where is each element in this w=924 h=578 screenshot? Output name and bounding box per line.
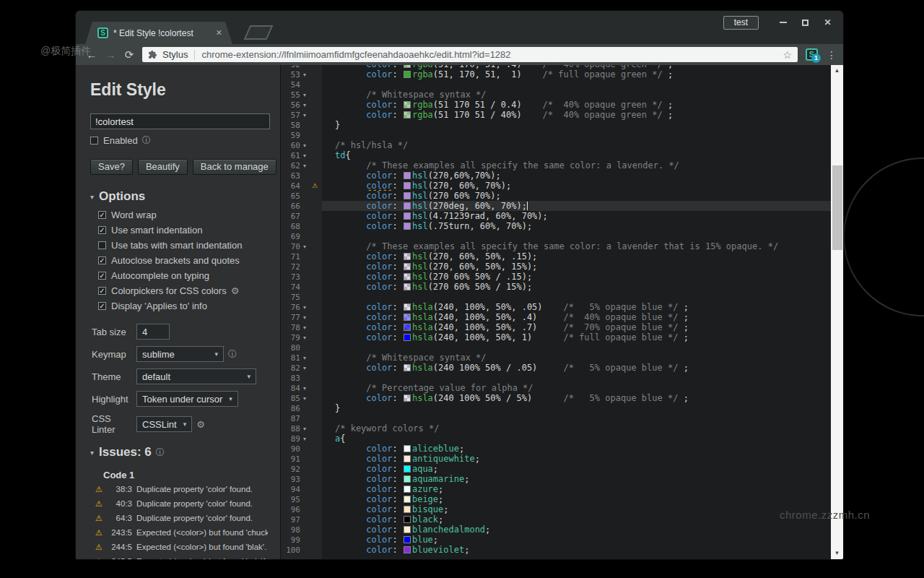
option-row[interactable]: Autoclose brackets and quotes <box>98 255 268 266</box>
code-line[interactable] <box>322 130 831 140</box>
option-row[interactable]: Autocomplete on typing <box>98 270 268 281</box>
code-line[interactable]: } <box>322 403 831 413</box>
code-line[interactable] <box>322 373 831 383</box>
code-line[interactable]: color: hsl(270, 60%, 70%); <box>322 181 831 191</box>
close-button[interactable]: ✕ <box>816 15 839 30</box>
info-icon[interactable]: ⓘ <box>142 134 151 147</box>
code-line[interactable]: color: hsl(270, 60%, 50%, .15); <box>322 251 831 262</box>
fold-arrow-icon[interactable]: ▾ <box>300 395 309 402</box>
color-swatch[interactable] <box>404 253 411 260</box>
color-swatch[interactable] <box>404 536 411 543</box>
code-line[interactable]: color: black; <box>322 514 831 525</box>
keymap-select[interactable]: sublime▾ <box>136 346 224 362</box>
code-line[interactable]: color: bisque; <box>322 504 831 514</box>
code-line[interactable]: color: rgba(51 170 51 / 0.4) /* 40% opaq… <box>322 100 831 110</box>
color-swatch[interactable] <box>404 334 411 341</box>
code-line[interactable] <box>322 231 831 241</box>
address-bar[interactable]: Stylus chrome-extension://lfnlmiimoamfid… <box>142 47 798 62</box>
bookmark-star-icon[interactable]: ☆ <box>783 49 792 61</box>
code-line[interactable]: color: blueviolet; <box>322 545 831 555</box>
scroll-up-icon[interactable]: ▲ <box>831 67 843 74</box>
linter-gear-icon[interactable]: ⚙ <box>196 419 205 430</box>
code-line[interactable]: /* These examples all specify the same c… <box>322 241 831 251</box>
fold-arrow-icon[interactable]: ▾ <box>300 163 309 169</box>
keymap-info-icon[interactable]: ⓘ <box>228 348 237 361</box>
color-swatch[interactable] <box>404 192 411 199</box>
code-line[interactable]: color: blue; <box>322 535 831 545</box>
code-line[interactable]: /* hsl/hsla */ <box>322 140 831 150</box>
color-swatch[interactable] <box>404 111 411 118</box>
fold-arrow-icon[interactable]: ▾ <box>300 112 309 118</box>
color-swatch[interactable] <box>404 263 411 270</box>
lint-issue[interactable]: ⚠40:3Duplicate property 'color' found. <box>95 499 268 509</box>
code-line[interactable]: /* Whitespace syntax */ <box>322 90 831 100</box>
fold-arrow-icon[interactable]: ▾ <box>300 385 309 392</box>
code-line[interactable]: color: rgba(51, 170, 51, 1) /* full opaq… <box>322 69 831 79</box>
option-row[interactable]: Use smart indentation <box>98 225 268 236</box>
color-swatch[interactable] <box>404 445 411 452</box>
option-row[interactable]: Word wrap <box>98 210 268 220</box>
option-checkbox[interactable] <box>98 302 106 310</box>
fold-arrow-icon[interactable]: ▾ <box>300 142 309 149</box>
color-swatch[interactable] <box>404 314 411 321</box>
maximize-button[interactable] <box>794 15 816 30</box>
color-swatch[interactable] <box>404 273 411 280</box>
color-swatch[interactable] <box>404 465 411 473</box>
color-swatch[interactable] <box>404 526 411 533</box>
code-line[interactable]: color: hsla(240, 100%, 50%, .7) /* 70% o… <box>322 322 831 332</box>
color-swatch[interactable] <box>404 486 411 493</box>
color-swatch[interactable] <box>404 516 411 523</box>
color-swatch[interactable] <box>404 182 411 189</box>
code-line[interactable]: /* Percentage value for alpha */ <box>322 383 831 393</box>
option-checkbox[interactable] <box>98 287 106 295</box>
color-swatch[interactable] <box>404 324 411 331</box>
new-tab-button[interactable] <box>244 25 274 40</box>
code-line[interactable] <box>322 413 831 423</box>
issues-header[interactable]: ▾ Issues: 6 ⓘ <box>90 445 268 460</box>
color-swatch[interactable] <box>404 546 411 553</box>
fold-arrow-icon[interactable]: ▾ <box>300 92 309 98</box>
code-line[interactable]: color: beige; <box>322 494 831 504</box>
color-swatch[interactable] <box>404 496 411 503</box>
code-line[interactable]: color: aqua; <box>322 464 831 474</box>
code-line[interactable]: /* Whitespace syntax */ <box>322 353 831 363</box>
code-line[interactable]: color: hsl(4.71239rad, 60%, 70%); <box>322 211 831 221</box>
code-line[interactable]: color: hsl(270,60%,70%); <box>322 171 831 181</box>
code-line[interactable]: color: hsl(270 60% 70%); <box>322 191 831 201</box>
browser-tab[interactable]: S * Edit Style !colortest ✕ <box>85 22 232 44</box>
beautify-button[interactable]: Beautify <box>138 159 188 175</box>
color-swatch[interactable] <box>404 212 411 220</box>
fold-arrow-icon[interactable]: ▾ <box>300 102 309 108</box>
url-text[interactable]: chrome-extension://lfnlmiimoamfidmfgcfee… <box>201 49 777 60</box>
code-line[interactable]: color: hsl(270, 60%, 50%, 15%); <box>322 262 831 272</box>
theme-select[interactable]: default▾ <box>136 368 256 384</box>
option-checkbox[interactable] <box>98 241 106 249</box>
option-checkbox[interactable] <box>98 226 106 234</box>
lint-issue[interactable]: ⚠243:5Expected (<color>) but found 'chuc… <box>95 528 268 538</box>
issues-info-icon[interactable]: ⓘ <box>156 447 165 459</box>
code-line[interactable]: color: hsla(240, 100%, 50%, 1) /* full o… <box>322 332 831 342</box>
option-row[interactable]: Colorpickers for CSS colors⚙ <box>98 285 268 296</box>
reload-icon[interactable]: ⟳ <box>120 48 139 61</box>
fold-arrow-icon[interactable]: ▾ <box>300 304 309 311</box>
code-line[interactable]: color: hsl(270 60% 50% / .15); <box>322 272 831 282</box>
code-line[interactable]: color: hsla(240, 100%, 50%, .4) /* 40% o… <box>322 312 831 322</box>
color-swatch[interactable] <box>404 283 411 290</box>
fold-arrow-icon[interactable]: ▾ <box>300 436 309 442</box>
gear-icon[interactable]: ⚙ <box>231 285 240 296</box>
lint-issue[interactable]: ⚠38:3Duplicate property 'color' found. <box>95 485 268 494</box>
code-line[interactable]: color: hsl(.75turn, 60%, 70%); <box>322 221 831 231</box>
stylus-extension-icon[interactable]: S 1 <box>806 48 818 61</box>
lint-issue[interactable]: ⚠64:3Duplicate property 'color' found. <box>95 514 268 523</box>
fold-arrow-icon[interactable]: ▾ <box>300 365 309 371</box>
color-swatch[interactable] <box>404 394 411 402</box>
scrollbar-thumb[interactable] <box>832 165 842 250</box>
code-area[interactable]: color: rgba(51, 170, 51, .4) /* 40% opaq… <box>322 65 831 559</box>
code-line[interactable]: /* keyword colors */ <box>322 423 831 434</box>
browser-menu-icon[interactable]: ⋮ <box>827 49 837 61</box>
code-line[interactable] <box>322 292 831 302</box>
tab-close-icon[interactable]: ✕ <box>216 28 222 38</box>
code-line[interactable]: color: rgba(51 170 51 / 40%) /* 40% opaq… <box>322 110 831 120</box>
fold-arrow-icon[interactable]: ▾ <box>300 426 309 432</box>
color-swatch[interactable] <box>404 101 411 108</box>
